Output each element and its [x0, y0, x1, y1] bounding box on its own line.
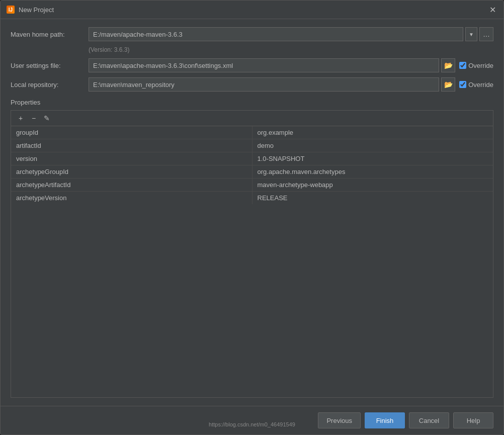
- folder-icon: 📂: [444, 61, 453, 69]
- table-row[interactable]: artifactIddemo: [11, 139, 493, 152]
- property-value: maven-archetype-webapp: [252, 179, 493, 192]
- maven-home-row: Maven home path: ▼ …: [11, 27, 493, 41]
- new-project-dialog: IJ New Project ✕ Maven home path: ▼ … (V…: [0, 0, 504, 435]
- ellipsis-icon: …: [483, 30, 490, 38]
- edit-property-button[interactable]: ✎: [41, 113, 52, 124]
- property-name: archetypeArtifactId: [11, 179, 252, 192]
- previous-button[interactable]: Previous: [318, 412, 361, 428]
- maven-home-browse-btn[interactable]: …: [479, 27, 493, 41]
- table-row[interactable]: archetypeVersionRELEASE: [11, 192, 493, 205]
- properties-container: + − ✎ groupIdorg.exampleartifactIddemove…: [11, 110, 493, 398]
- properties-table: groupIdorg.exampleartifactIddemoversion1…: [11, 126, 493, 204]
- table-row[interactable]: archetypeGroupIdorg.apache.maven.archety…: [11, 165, 493, 179]
- dropdown-arrow-icon: ▼: [469, 32, 474, 37]
- dialog-title: New Project: [19, 6, 54, 14]
- local-repo-input-group: 📂 Override: [89, 77, 493, 92]
- watermark: https://blog.csdn.net/m0_46491549: [209, 421, 295, 427]
- cancel-button[interactable]: Cancel: [409, 412, 449, 428]
- close-button[interactable]: ✕: [487, 5, 497, 15]
- maven-home-label: Maven home path:: [11, 31, 89, 38]
- property-name: version: [11, 152, 252, 165]
- user-settings-row: User settings file: 📂 Override: [11, 58, 493, 72]
- user-settings-input-group: 📂 Override: [89, 58, 493, 72]
- user-settings-browse-btn[interactable]: 📂: [441, 58, 455, 72]
- local-repo-browse-btn[interactable]: 📂: [441, 77, 455, 92]
- help-button[interactable]: Help: [453, 412, 493, 428]
- maven-home-dropdown-btn[interactable]: ▼: [465, 27, 477, 41]
- local-repo-label: Local repository:: [11, 81, 89, 89]
- user-settings-input[interactable]: [89, 58, 439, 72]
- property-value: demo: [252, 139, 493, 152]
- property-value: RELEASE: [252, 192, 493, 205]
- properties-section-title: Properties: [11, 99, 493, 106]
- local-repo-override-group: Override: [459, 81, 493, 89]
- property-value: org.apache.maven.archetypes: [252, 165, 493, 179]
- dialog-body: Maven home path: ▼ … (Version: 3.6.3) Us…: [1, 19, 503, 406]
- version-note: (Version: 3.6.3): [89, 46, 493, 53]
- properties-toolbar: + − ✎: [11, 111, 493, 126]
- property-name: archetypeGroupId: [11, 165, 252, 179]
- user-settings-override-label[interactable]: Override: [468, 62, 493, 69]
- folder-icon-2: 📂: [444, 80, 453, 89]
- remove-property-button[interactable]: −: [28, 113, 39, 124]
- property-name: groupId: [11, 126, 252, 139]
- local-repo-row: Local repository: 📂 Override: [11, 77, 493, 92]
- add-property-button[interactable]: +: [15, 113, 26, 124]
- title-bar-left: IJ New Project: [7, 6, 54, 14]
- local-repo-override-label[interactable]: Override: [468, 81, 493, 89]
- finish-button[interactable]: Finish: [365, 412, 405, 428]
- local-repo-input[interactable]: [89, 77, 439, 92]
- property-name: artifactId: [11, 139, 252, 152]
- user-settings-label: User settings file:: [11, 62, 89, 69]
- table-row[interactable]: archetypeArtifactIdmaven-archetype-webap…: [11, 179, 493, 192]
- maven-home-input[interactable]: [89, 27, 463, 41]
- properties-table-wrapper: groupIdorg.exampleartifactIddemoversion1…: [11, 126, 493, 397]
- maven-home-input-group: ▼ …: [89, 27, 493, 41]
- title-bar: IJ New Project ✕: [1, 1, 503, 19]
- user-settings-override-checkbox[interactable]: [459, 62, 466, 69]
- property-value: 1.0-SNAPSHOT: [252, 152, 493, 165]
- property-name: archetypeVersion: [11, 192, 252, 205]
- table-row[interactable]: version1.0-SNAPSHOT: [11, 152, 493, 165]
- user-settings-override-group: Override: [459, 62, 493, 69]
- table-row[interactable]: groupIdorg.example: [11, 126, 493, 139]
- app-icon: IJ: [7, 6, 15, 14]
- property-value: org.example: [252, 126, 493, 139]
- dialog-footer: Previous Finish Cancel Help: [1, 406, 503, 434]
- local-repo-override-checkbox[interactable]: [459, 81, 466, 88]
